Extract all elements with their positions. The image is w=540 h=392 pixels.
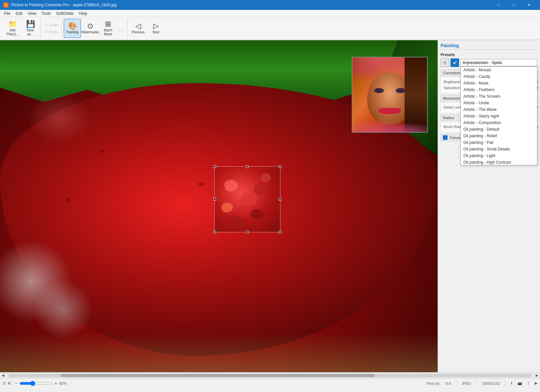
view-icon-2[interactable]: ⊞ xyxy=(8,381,11,385)
zoom-plus[interactable]: + xyxy=(54,381,57,386)
handle-bl[interactable] xyxy=(213,231,216,233)
redo-icon: ↪ xyxy=(45,30,48,34)
zoom-value: 82% xyxy=(59,381,71,385)
save-as-button[interactable]: 💾 Saveas... xyxy=(22,19,39,38)
undo-label: Undo xyxy=(49,23,58,27)
handle-ml[interactable] xyxy=(213,198,216,201)
menu-edit[interactable]: Edit xyxy=(13,11,25,16)
add-files-button[interactable]: 📁 AddFile(s)... xyxy=(4,19,21,38)
preset-artistic-feathers[interactable]: Artistic - Feathers xyxy=(461,86,537,93)
undo-icon: ↩ xyxy=(45,23,48,27)
status-left: ⊡ ⊞ − + 82% xyxy=(3,380,424,387)
preset-oil-light[interactable]: Oil painting - Light xyxy=(461,152,537,159)
preset-artistic-muse[interactable]: Artistic - Muse xyxy=(461,80,537,86)
zoom-slider[interactable] xyxy=(19,381,53,386)
save-icon: 💾 xyxy=(26,20,35,28)
painting-label: Painting xyxy=(66,30,78,34)
preset-oil-relief[interactable]: Oil painting - Relief xyxy=(461,133,537,139)
preset-artistic-candy[interactable]: Artistic - Candy xyxy=(461,73,537,80)
preview-flowers-bottom xyxy=(352,114,427,132)
menu-file[interactable]: File xyxy=(1,11,13,16)
menu-view[interactable]: View xyxy=(25,11,39,16)
status-bar: ⊡ ⊞ − + 82% Time (s): 0.0 JPEG 1920x1152… xyxy=(0,378,540,388)
image-format: JPEG xyxy=(462,381,471,385)
preset-artistic-scream[interactable]: Artistic - The Scream xyxy=(461,93,537,100)
preset-row: Impressionism - Spots Artistic - Mosaic … xyxy=(441,58,537,67)
batch-icon: ⊞ xyxy=(105,20,111,28)
status-sep-1 xyxy=(13,380,13,387)
preset-dropdown[interactable]: Impressionism - Spots xyxy=(460,59,537,66)
image-dimensions: 1920x1152 xyxy=(482,381,500,385)
add-files-label: AddFile(s)... xyxy=(7,28,18,36)
add-files-icon: 📁 xyxy=(8,20,17,28)
canvas-area[interactable] xyxy=(0,40,438,372)
menu-help[interactable]: Help xyxy=(76,11,90,16)
preset-dropdown-container: Impressionism - Spots Artistic - Mosaic … xyxy=(460,59,537,66)
eye-right xyxy=(396,88,406,93)
info-icon[interactable]: ℹ xyxy=(511,381,512,385)
paint-spot-7 xyxy=(228,216,246,229)
handle-tr[interactable] xyxy=(279,165,281,168)
next-label: Next xyxy=(153,30,160,34)
paint-spot-1 xyxy=(223,178,239,193)
scrollbar-thumb[interactable] xyxy=(61,374,375,377)
menu-tools[interactable]: Tools xyxy=(39,11,54,16)
preset-artistic-mosaic[interactable]: Artistic - Mosaic xyxy=(461,67,537,73)
redo-button[interactable]: ↪ Redo xyxy=(43,29,60,35)
share-icon[interactable]: ⤴ xyxy=(527,381,529,385)
preset-oil-highcontrast[interactable]: Oil painting - High Contrast xyxy=(461,159,537,165)
preset-artistic-undie[interactable]: Artistic - Undie xyxy=(461,100,537,106)
apple-spot-1 xyxy=(99,149,104,152)
menu-softorbits[interactable]: SoftOrbits xyxy=(54,11,76,16)
status-sep-4 xyxy=(505,380,506,387)
scrollbar-track[interactable] xyxy=(9,374,531,377)
maximize-button[interactable]: □ xyxy=(506,0,522,10)
handle-br[interactable] xyxy=(279,231,281,233)
panel-title: Painting xyxy=(441,43,537,50)
watermarks-icon: ⊙ xyxy=(87,22,93,30)
section-canvas-label: Canvas xyxy=(450,136,462,140)
watermarks-button[interactable]: ⊙ Watermarks xyxy=(82,19,99,38)
previous-button[interactable]: ◁ Previous xyxy=(129,19,147,38)
batch-mode-button[interactable]: ⊞ BatchMode xyxy=(99,19,117,38)
toolbar-more: … xyxy=(117,25,126,32)
save-as-label: Saveas... xyxy=(27,28,34,36)
title-bar: 🎨 Picture to Painting Converter Pro - ap… xyxy=(0,0,540,10)
time-value: 0.0 xyxy=(446,381,451,385)
handle-tl[interactable] xyxy=(213,165,216,168)
preset-oil-flat[interactable]: Oil painting - Flat xyxy=(461,139,537,146)
scroll-left-arrow[interactable]: ◀ xyxy=(0,373,6,378)
painting-button[interactable]: 🎨 Painting xyxy=(64,19,81,38)
undo-button[interactable]: ↩ Undo xyxy=(43,22,60,28)
toolbar: 📁 AddFile(s)... 💾 Saveas... ↩ Undo ↪ Red… xyxy=(0,17,540,40)
paint-spot-3 xyxy=(221,202,233,213)
minimize-button[interactable]: ─ xyxy=(491,0,506,10)
preset-settings-button[interactable] xyxy=(441,58,449,67)
preset-oil-small[interactable]: Oil painting - Small Details xyxy=(461,146,537,152)
handle-bm[interactable] xyxy=(246,231,249,233)
camera-icon[interactable]: 📷 xyxy=(518,381,522,385)
preset-dropdown-list[interactable]: Artistic - Mosaic Artistic - Candy Artis… xyxy=(460,66,537,165)
preset-artistic-composition[interactable]: Artistic - Composition xyxy=(461,119,537,126)
handle-tm[interactable] xyxy=(246,165,249,168)
selection-box[interactable] xyxy=(214,166,280,232)
view-icon-1[interactable]: ⊡ xyxy=(3,381,6,385)
menu-bar: File Edit View Tools SoftOrbits Help xyxy=(0,10,540,17)
handle-mr[interactable] xyxy=(279,198,281,201)
scroll-right-arrow[interactable]: ▶ xyxy=(534,373,540,378)
preset-artistic-starry[interactable]: Artistic - Starry night xyxy=(461,113,537,119)
preset-oil-default[interactable]: Oil painting - Default xyxy=(461,126,537,133)
status-sep-2 xyxy=(456,380,456,387)
window-controls: ─ □ ✕ xyxy=(491,0,537,10)
next-icon: ▷ xyxy=(153,22,159,30)
close-button[interactable]: ✕ xyxy=(522,0,537,10)
paint-spot-2 xyxy=(240,191,258,207)
preset-apply-button[interactable] xyxy=(450,58,459,67)
zoom-minus[interactable]: − xyxy=(15,381,18,386)
status-sep-3 xyxy=(477,380,477,387)
redo-label: Redo xyxy=(49,30,58,34)
next-button[interactable]: ▷ Next xyxy=(147,19,164,38)
settings-icon xyxy=(443,60,447,65)
preset-artistic-wave[interactable]: Artistic - The Wave xyxy=(461,106,537,113)
video-icon[interactable]: ▶ xyxy=(535,381,537,385)
